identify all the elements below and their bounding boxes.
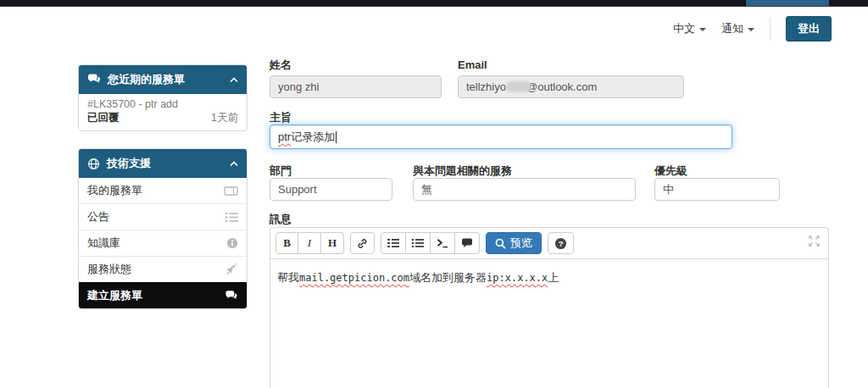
email-label: Email (458, 58, 487, 71)
email-value-suffix: @outlook.com (526, 80, 597, 93)
sidebar-item-label: 服務狀態 (87, 263, 131, 276)
name-label: 姓名 (270, 58, 292, 71)
recent-tickets-panel: 您近期的服務單 #LK35700 - ptr add 已回覆 1天前 (78, 64, 248, 131)
italic-button[interactable]: I (298, 232, 321, 254)
recent-tickets-title: 您近期的服務單 (108, 72, 185, 87)
message-segment: 帮我 (277, 271, 299, 284)
chevron-down-icon (748, 28, 754, 31)
censor-blur (506, 81, 531, 92)
sidebar-item-label: 建立服務單 (87, 289, 142, 302)
editor-toolbar: B I H (270, 228, 828, 258)
link-icon (357, 238, 368, 249)
svg-text:?: ? (559, 239, 564, 247)
logout-button[interactable]: 登出 (786, 16, 832, 42)
terminal-icon (437, 238, 448, 248)
code-block-button[interactable] (431, 232, 455, 254)
link-button[interactable] (350, 232, 375, 254)
ticket-time: 1天前 (211, 112, 238, 125)
header-nav: 中文 通知 登出 (673, 16, 832, 42)
notifications-menu-label: 通知 (721, 21, 743, 36)
message-segment: 域名加到服务器 (409, 271, 487, 284)
sidebar-item-label: 知識庫 (87, 236, 120, 250)
notifications-menu[interactable]: 通知 (721, 21, 754, 36)
list-icon (225, 212, 238, 223)
language-menu[interactable]: 中文 (673, 21, 706, 36)
comments-icon (87, 74, 101, 86)
quote-comment-button[interactable] (455, 232, 480, 254)
sidebar-item-my-tickets[interactable]: 我的服務單 (79, 178, 247, 203)
rocket-icon (225, 263, 238, 276)
related-service-label: 與本問題相關的服務 (413, 164, 512, 177)
text-cursor (336, 131, 337, 143)
question-circle-icon: ? (554, 237, 567, 250)
name-value: yong zhi (278, 80, 319, 93)
sidebar-item-label: 公告 (87, 210, 109, 224)
message-segment: 上 (548, 271, 559, 284)
recent-tickets-header[interactable]: 您近期的服務單 (79, 65, 247, 94)
priority-label: 優先級 (654, 164, 687, 177)
chevron-up-icon (230, 161, 238, 167)
tickets-icon (224, 186, 238, 197)
help-button[interactable]: ? (548, 232, 574, 254)
heading-button[interactable]: H (321, 232, 344, 254)
support-panel-title: 技術支援 (107, 156, 151, 171)
ordered-list-icon (387, 238, 399, 248)
search-icon (495, 238, 506, 249)
priority-field[interactable]: 中 (654, 178, 780, 201)
support-panel: 技術支援 我的服務單 公告 知識庫 服務狀態 (78, 148, 248, 309)
header-divider (770, 18, 771, 40)
message-editor: B I H (270, 227, 829, 388)
top-bar-accent (746, 0, 829, 6)
department-value: Support (278, 183, 317, 196)
subject-value-rest: 记录添加 (291, 130, 335, 143)
related-service-value: 無 (421, 182, 432, 197)
sidebar-item-knowledgebase[interactable]: 知識庫 (79, 230, 247, 256)
chevron-down-icon (699, 28, 706, 31)
sidebar-item-announcements[interactable]: 公告 (79, 203, 247, 230)
email-field[interactable]: tellzhiyo@outlook.com (458, 75, 684, 98)
subject-label: 主旨 (270, 111, 292, 124)
name-field[interactable]: yong zhi (270, 75, 442, 98)
ordered-list-button[interactable] (381, 232, 406, 254)
priority-value: 中 (663, 182, 674, 197)
chevron-up-icon (230, 77, 238, 83)
fullscreen-expand-icon[interactable] (807, 234, 821, 248)
department-field[interactable]: Support (270, 178, 392, 201)
message-textarea[interactable]: 帮我mail.getpicion.com域名加到服务器ip:x.x.x.x上 (270, 258, 828, 383)
preview-button[interactable]: 预览 (486, 232, 542, 254)
preview-button-label: 预览 (510, 236, 532, 251)
email-value-prefix: tellzhiyo (466, 80, 506, 93)
message-segment-domain: mail.getpicion.com (299, 272, 409, 284)
department-label: 部門 (270, 164, 292, 177)
bullet-list-icon (412, 238, 424, 248)
top-black-bar (0, 0, 868, 7)
globe-icon (87, 158, 100, 170)
recent-ticket-item[interactable]: #LK35700 - ptr add 已回覆 1天前 (79, 94, 247, 130)
bullet-list-button[interactable] (406, 232, 431, 254)
subject-field[interactable]: ptr记录添加 (270, 125, 732, 149)
message-segment-ip: ip:x.x.x.x (487, 272, 548, 284)
comment-icon (461, 238, 473, 248)
sidebar-item-label: 我的服務單 (87, 184, 142, 197)
ticket-id: #LK35700 - ptr add (87, 98, 238, 111)
message-label: 訊息 (270, 213, 292, 225)
sidebar-item-network-status[interactable]: 服務狀態 (79, 256, 247, 282)
subject-value-typo: ptr (278, 130, 291, 143)
sidebar: 您近期的服務單 #LK35700 - ptr add 已回覆 1天前 技術支援 … (78, 64, 248, 326)
ticket-status-badge: 已回覆 (87, 112, 120, 125)
language-menu-label: 中文 (673, 21, 695, 36)
related-service-field[interactable]: 無 (413, 178, 636, 201)
support-panel-header[interactable]: 技術支援 (79, 149, 247, 178)
comments-icon (225, 291, 238, 302)
info-icon (226, 237, 238, 249)
bold-button[interactable]: B (275, 232, 298, 254)
sidebar-item-open-ticket[interactable]: 建立服務單 (79, 282, 247, 308)
